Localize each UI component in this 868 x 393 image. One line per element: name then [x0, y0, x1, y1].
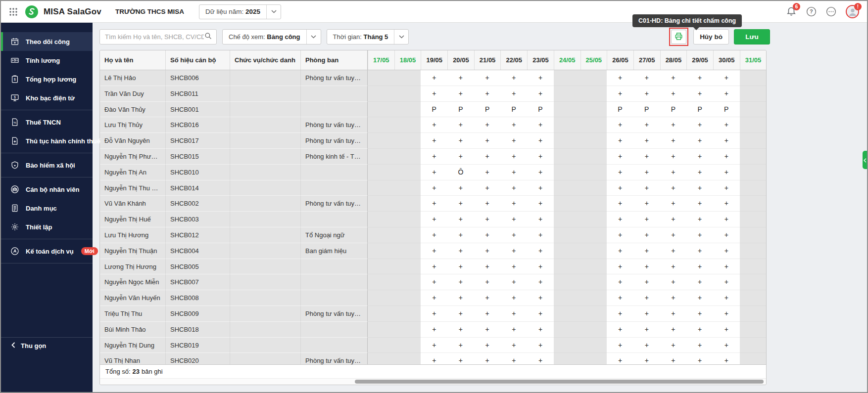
attendance-cell[interactable]: +: [500, 306, 527, 322]
attendance-cell[interactable]: +: [474, 274, 501, 290]
attendance-cell[interactable]: +: [713, 259, 740, 275]
attendance-cell[interactable]: +: [421, 70, 447, 86]
attendance-cell[interactable]: +: [633, 227, 660, 243]
attendance-cell[interactable]: +: [500, 274, 527, 290]
attendance-cell[interactable]: +: [500, 322, 527, 338]
attendance-cell[interactable]: +: [500, 149, 527, 165]
attendance-cell[interactable]: +: [633, 290, 660, 306]
attendance-cell[interactable]: +: [474, 338, 501, 353]
sidebar-item-ke-toan-dich-vu[interactable]: Kế toán dịch vụMới: [1, 242, 93, 261]
date-column-header[interactable]: 18/05: [394, 50, 421, 70]
attendance-cell[interactable]: +: [713, 338, 740, 353]
attendance-cell[interactable]: +: [607, 117, 633, 133]
attendance-cell[interactable]: +: [660, 259, 687, 275]
attendance-cell[interactable]: +: [447, 149, 474, 165]
attendance-cell[interactable]: +: [607, 165, 633, 180]
attendance-cell[interactable]: +: [527, 196, 554, 212]
attendance-cell[interactable]: P: [474, 102, 501, 118]
attendance-cell[interactable]: +: [421, 196, 447, 212]
attendance-cell[interactable]: +: [527, 149, 554, 165]
attendance-cell[interactable]: +: [474, 212, 501, 227]
attendance-cell[interactable]: [740, 322, 766, 338]
attendance-cell[interactable]: +: [474, 353, 501, 364]
attendance-cell[interactable]: [740, 259, 766, 275]
attendance-cell[interactable]: [368, 180, 394, 196]
notifications-button[interactable]: 6: [786, 5, 797, 18]
attendance-cell[interactable]: P: [686, 102, 713, 118]
attendance-cell[interactable]: [580, 274, 607, 290]
attendance-cell[interactable]: +: [421, 243, 447, 259]
attendance-cell[interactable]: [740, 274, 766, 290]
attendance-cell[interactable]: +: [660, 149, 687, 165]
attendance-cell[interactable]: +: [447, 117, 474, 133]
attendance-cell[interactable]: P: [500, 102, 527, 118]
attendance-cell[interactable]: +: [474, 180, 501, 196]
attendance-cell[interactable]: [740, 196, 766, 212]
attendance-cell[interactable]: +: [713, 290, 740, 306]
attendance-cell[interactable]: [394, 338, 421, 353]
attendance-cell[interactable]: +: [633, 180, 660, 196]
date-column-header[interactable]: 26/05: [607, 50, 633, 70]
attendance-cell[interactable]: [368, 149, 394, 165]
date-column-header[interactable]: 27/05: [633, 50, 660, 70]
attendance-cell[interactable]: [554, 227, 580, 243]
attendance-cell[interactable]: +: [686, 353, 713, 364]
attendance-cell[interactable]: [740, 149, 766, 165]
attendance-cell[interactable]: [740, 306, 766, 322]
attendance-cell[interactable]: +: [447, 133, 474, 149]
attendance-cell[interactable]: +: [500, 353, 527, 364]
column-header[interactable]: Họ và tên: [100, 50, 166, 70]
attendance-cell[interactable]: [580, 259, 607, 275]
attendance-cell[interactable]: +: [421, 149, 447, 165]
attendance-cell[interactable]: [580, 212, 607, 227]
attendance-cell[interactable]: +: [447, 322, 474, 338]
sidebar-item-theo-doi-cong[interactable]: Theo dõi công: [1, 32, 93, 51]
sidebar-item-bao-hiem-xa-hoi[interactable]: Bảo hiểm xã hội: [1, 156, 93, 175]
attendance-cell[interactable]: +: [713, 165, 740, 180]
date-column-header[interactable]: 28/05: [660, 50, 687, 70]
attendance-cell[interactable]: +: [500, 70, 527, 86]
expand-panel-tab[interactable]: [863, 151, 867, 169]
attendance-cell[interactable]: +: [633, 149, 660, 165]
attendance-cell[interactable]: [368, 133, 394, 149]
attendance-cell[interactable]: [580, 149, 607, 165]
column-header[interactable]: Phòng ban: [301, 50, 368, 70]
attendance-cell[interactable]: +: [474, 322, 501, 338]
attendance-cell[interactable]: +: [527, 353, 554, 364]
attendance-cell[interactable]: +: [447, 274, 474, 290]
attendance-cell[interactable]: [394, 243, 421, 259]
attendance-cell[interactable]: +: [686, 149, 713, 165]
attendance-cell[interactable]: +: [633, 353, 660, 364]
attendance-cell[interactable]: +: [421, 353, 447, 364]
attendance-cell[interactable]: +: [686, 86, 713, 102]
attendance-cell[interactable]: [740, 227, 766, 243]
attendance-cell[interactable]: +: [421, 338, 447, 353]
attendance-cell[interactable]: +: [527, 70, 554, 86]
attendance-cell[interactable]: P: [527, 102, 554, 118]
attendance-cell[interactable]: +: [713, 322, 740, 338]
column-header[interactable]: Số hiệu cán bộ: [166, 50, 230, 70]
attendance-cell[interactable]: +: [686, 117, 713, 133]
attendance-cell[interactable]: [580, 70, 607, 86]
attendance-cell[interactable]: +: [607, 274, 633, 290]
date-column-header[interactable]: 19/05: [421, 50, 447, 70]
attendance-cell[interactable]: [554, 322, 580, 338]
attendance-cell[interactable]: +: [713, 86, 740, 102]
attendance-cell[interactable]: [580, 338, 607, 353]
attendance-cell[interactable]: +: [633, 196, 660, 212]
sidebar-item-thu-tuc-hanh-chinh-thue[interactable]: Thủ tục hành chính thuế: [1, 131, 93, 150]
attendance-cell[interactable]: +: [633, 306, 660, 322]
collapse-sidebar-button[interactable]: Thu gọn: [1, 337, 93, 354]
attendance-cell[interactable]: [740, 290, 766, 306]
attendance-cell[interactable]: +: [527, 306, 554, 322]
attendance-cell[interactable]: P: [421, 102, 447, 118]
sidebar-item-kho-bac-dien-tu[interactable]: $Kho bạc điện tử: [1, 88, 93, 107]
date-column-header[interactable]: 17/05: [368, 50, 394, 70]
attendance-cell[interactable]: [580, 196, 607, 212]
attendance-cell[interactable]: +: [421, 117, 447, 133]
attendance-cell[interactable]: P: [660, 102, 687, 118]
attendance-cell[interactable]: [580, 86, 607, 102]
attendance-cell[interactable]: +: [421, 290, 447, 306]
attendance-cell[interactable]: +: [660, 353, 687, 364]
attendance-cell[interactable]: +: [633, 274, 660, 290]
